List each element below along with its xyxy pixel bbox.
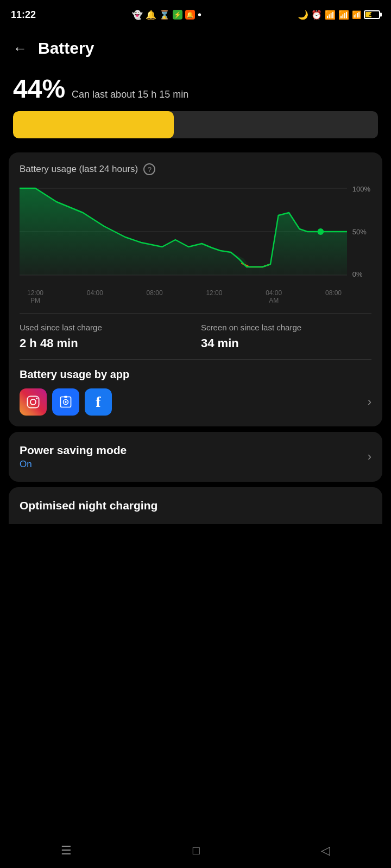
instagram-icon	[20, 388, 47, 416]
svg-point-4	[318, 228, 324, 235]
nav-bar: ☰ □ ◁	[0, 835, 391, 868]
battery-percent-row: 44% Can last about 15 h 15 min	[13, 74, 378, 104]
app-icons-list: f	[20, 388, 112, 416]
svg-point-10	[65, 401, 66, 403]
battery-chart: 100% 50% 0%	[20, 183, 371, 280]
stat-since-charge-label: Used since last charge	[20, 322, 190, 333]
power-saving-status: On	[20, 459, 127, 470]
app-usage-title: Battery usage by app	[20, 368, 371, 381]
status-right: 🌙 ⏰ 📶 📶 📶 44	[298, 10, 380, 20]
stat-screen-on-value: 34 min	[201, 336, 371, 350]
stat-screen-on: Screen on since last charge 34 min	[201, 322, 371, 350]
app-icon-green: ⚡	[173, 10, 182, 20]
stat-since-charge: Used since last charge 2 h 48 min	[20, 322, 190, 350]
nav-back-icon[interactable]: ◁	[321, 844, 330, 858]
status-time: 11:22	[11, 9, 36, 21]
battery-main-section: 44% Can last about 15 h 15 min	[0, 63, 391, 147]
battery-percent-value: 44%	[13, 74, 65, 104]
wifi-strength-icon: 📶	[325, 10, 336, 20]
screenshot-icon	[52, 388, 79, 416]
chart-y-100: 100%	[352, 185, 370, 193]
chart-x-label-3: 12:00	[200, 289, 228, 304]
facebook-icon: f	[85, 388, 112, 416]
snapchat-icon: 👻	[132, 10, 143, 20]
alarm-icon: ⏰	[311, 10, 322, 20]
power-saving-info: Power saving mode On	[20, 444, 127, 470]
status-icons: 👻 🔔 ⌛ ⚡ 🔔 •	[132, 9, 201, 21]
svg-point-7	[36, 397, 37, 399]
battery-time-label: Can last about 15 h 15 min	[72, 89, 188, 100]
app-usage-row[interactable]: f ›	[20, 388, 371, 416]
nav-menu-icon[interactable]: ☰	[61, 844, 72, 858]
page-header: ← Battery	[0, 28, 391, 63]
chart-x-label-2: 08:00	[141, 289, 168, 304]
power-saving-chevron: ›	[368, 450, 371, 464]
app-icon-orange: 🔔	[185, 10, 195, 20]
usage-card: Battery usage (last 24 hours) ? 100% 50%…	[9, 152, 382, 426]
stats-divider	[20, 313, 371, 314]
chart-x-labels: 12:00 PM 04:00 08:00 12:00 04:00 AM 08:0…	[20, 286, 371, 304]
battery-bar-fill	[13, 111, 174, 138]
night-charging-title: Optimised night charging	[20, 499, 157, 512]
status-bar: 11:22 👻 🔔 ⌛ ⚡ 🔔 • 🌙 ⏰ 📶 📶 📶 44	[0, 0, 391, 28]
chart-y-0: 0%	[352, 270, 370, 278]
svg-point-6	[30, 399, 36, 404]
nav-home-icon[interactable]: □	[193, 844, 200, 858]
dot-icon: •	[198, 9, 201, 21]
stats-row: Used since last charge 2 h 48 min Screen…	[20, 322, 371, 350]
chart-x-label-5: 08:00	[320, 289, 347, 304]
chart-x-label-4: 04:00 AM	[260, 289, 287, 304]
power-saving-title: Power saving mode	[20, 444, 127, 457]
power-saving-card[interactable]: Power saving mode On ›	[9, 432, 382, 482]
chart-x-label-0: 12:00 PM	[22, 289, 49, 304]
back-button[interactable]: ←	[13, 40, 27, 57]
app-usage-chevron: ›	[368, 395, 371, 409]
chart-svg	[20, 183, 347, 280]
night-charging-card[interactable]: Optimised night charging	[9, 487, 382, 524]
card-title-row: Battery usage (last 24 hours) ?	[20, 163, 371, 175]
moon-icon: 🌙	[298, 10, 308, 20]
chart-x-label-1: 04:00	[81, 289, 109, 304]
battery-status-indicator: 44	[364, 10, 380, 19]
svg-rect-11	[64, 395, 67, 397]
battery-bar-container	[13, 111, 378, 138]
chart-y-labels: 100% 50% 0%	[352, 183, 370, 280]
signal-icon-1: 📶	[338, 10, 349, 20]
hourglass-icon: ⌛	[159, 10, 170, 20]
app-usage-divider	[20, 359, 371, 360]
signal-icon-2: 📶	[352, 10, 361, 19]
chart-y-50: 50%	[352, 228, 370, 236]
page-title: Battery	[38, 39, 94, 58]
usage-card-title: Battery usage (last 24 hours)	[20, 164, 138, 175]
wifi-icon: 🔔	[146, 10, 156, 20]
stat-since-charge-value: 2 h 48 min	[20, 336, 190, 350]
info-icon[interactable]: ?	[143, 163, 155, 175]
stat-screen-on-label: Screen on since last charge	[201, 322, 371, 333]
